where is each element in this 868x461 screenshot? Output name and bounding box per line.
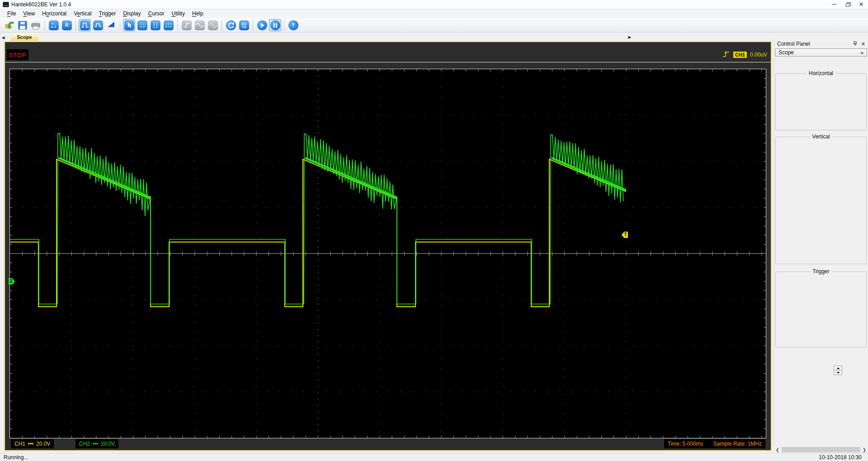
control-panel-scrollbar[interactable]: ❮ ❯ (774, 446, 868, 453)
tab-scope[interactable]: Scope (10, 33, 39, 41)
menu-item-view[interactable]: View (19, 10, 38, 18)
trigger-edge-icon (722, 51, 730, 58)
tab-scroll-right-icon[interactable]: ▶ (627, 33, 633, 40)
sine-wave2-button-disabled (207, 19, 219, 31)
close-icon: ✕ (859, 1, 864, 7)
print-button[interactable] (29, 19, 42, 31)
reference-icon: R (62, 20, 72, 30)
horizontal-cursors-icon (164, 20, 174, 30)
toolbar-separator (253, 20, 253, 31)
help-button[interactable]: ? (287, 19, 299, 31)
horizontal-cursors-button[interactable] (162, 19, 175, 31)
ch2-trace (10, 133, 623, 304)
panel-selector-dropdown[interactable]: Scope (775, 48, 867, 57)
menu-item-file[interactable]: File (4, 10, 19, 18)
toolbar-separator (120, 20, 120, 31)
spin-down-button[interactable] (834, 370, 842, 375)
math-button[interactable]: + -× ÷ (47, 19, 60, 31)
step-wave-icon (182, 20, 192, 30)
vertical-cursors-icon (151, 20, 160, 30)
scrollbar-thumb[interactable] (782, 447, 860, 452)
scroll-left-icon[interactable]: ❮ (774, 446, 781, 453)
grid-cursor-button[interactable] (136, 19, 148, 31)
auto-setup-icon (226, 20, 236, 30)
status-bar: Running... 10-10-2018 10:30 (0, 453, 868, 461)
open-icon (5, 20, 14, 30)
menu-item-display[interactable]: Display (119, 10, 144, 18)
chevron-down-icon (860, 52, 864, 54)
trigger-level-value: 0.00uV (750, 52, 767, 58)
run-status-badge: STOP (7, 49, 28, 60)
menu-item-vertical[interactable]: Vertical (70, 10, 95, 18)
time-per-div: Time: 5.000ms (668, 441, 703, 447)
tab-scroll-left-icon[interactable]: ◀ (0, 34, 6, 41)
tab-strip: ◀ Scope ▶ (0, 33, 635, 41)
minimize-button[interactable] (827, 0, 841, 9)
title-bar: Hantek6022BE Ver 1.0.4 ✕ (0, 0, 868, 9)
toolbar-separator (177, 20, 178, 31)
open-button[interactable] (3, 19, 15, 31)
restore-icon (846, 3, 849, 7)
vertical-cursors-button[interactable] (149, 19, 161, 31)
datetime-text: 10-10-2018 10:30 (819, 454, 862, 461)
sine-wave2-icon (208, 20, 218, 30)
pointer-cursor-icon (124, 20, 134, 30)
close-panel-icon[interactable]: ✕ (861, 41, 865, 47)
vertical-group: Vertical (775, 137, 867, 264)
auto-button[interactable]: AUTO (238, 19, 250, 31)
menu-item-cursor[interactable]: Cursor (145, 10, 168, 18)
pointer-cursor-button[interactable] (123, 19, 135, 31)
menu-item-utility[interactable]: Utility (168, 10, 189, 18)
app-window: { "window": { "title": "Hantek6022BE Ver… (0, 0, 868, 461)
trigger-channel-badge: CH1 (733, 52, 747, 58)
pin-icon[interactable] (853, 41, 858, 46)
play-button[interactable] (256, 19, 268, 31)
menu-item-help[interactable]: Help (189, 10, 207, 18)
menu-item-horizontal[interactable]: Horizontal (38, 10, 70, 18)
scroll-right-icon[interactable]: ❯ (861, 446, 868, 453)
save-button[interactable] (16, 19, 28, 31)
sine-wave-icon (195, 20, 205, 30)
app-icon (3, 2, 9, 7)
window-title: Hantek6022BE Ver 1.0.4 (11, 1, 71, 8)
ch1-scale-readout: CH1 20.0V (11, 439, 54, 448)
trigger-group: Trigger (775, 271, 867, 347)
sample-rate: Sample Rate: 1MHz (713, 441, 762, 447)
square-wave-button[interactable] (79, 19, 91, 31)
ch2-coupling-icon (93, 443, 98, 445)
auto-setup-button[interactable] (225, 19, 237, 31)
trigger-readout: CH1 0.00uV (722, 51, 767, 58)
status-text: Running... (4, 454, 28, 461)
math-icon: + -× ÷ (49, 20, 59, 30)
vertical-group-title: Vertical (810, 133, 832, 140)
square-wave-alt-button[interactable] (92, 19, 104, 31)
control-panel: Control Panel ✕ Scope Horizontal Time/DI… (774, 40, 868, 454)
play-icon (257, 20, 267, 30)
arrow-up-icon (836, 367, 840, 369)
trigger-level-spinner (834, 366, 842, 375)
menu-item-trigger[interactable]: Trigger (95, 10, 120, 18)
scope-graticule-frame: 2 T (9, 69, 766, 438)
auto-icon: AUTO (239, 20, 249, 30)
horizontal-group-title: Horizontal (807, 70, 835, 76)
reference-button[interactable]: R (61, 19, 73, 31)
pause-button[interactable] (269, 19, 281, 31)
arrow-down-icon (836, 372, 840, 374)
grid-cursor-icon (137, 20, 147, 30)
restore-button[interactable] (841, 0, 854, 9)
help-icon: ? (288, 20, 298, 30)
trigger-group-title: Trigger (810, 268, 832, 275)
toolbar-separator (222, 20, 222, 31)
timebase-readout: Time: 5.000ms Sample Rate: 1MHz (664, 439, 765, 448)
square-wave-alt-icon (93, 20, 103, 30)
ramp-button[interactable] (105, 19, 117, 31)
main-toolbar: + -× ÷ R AUTO ? (0, 18, 868, 33)
scope-panel: STOP CH1 0.00uV 2 T CH1 20.0V CH2 20.0V … (4, 41, 772, 451)
pause-icon (270, 20, 280, 30)
ramp-icon (107, 20, 116, 30)
ch2-scale-readout: CH2 20.0V (75, 439, 118, 448)
close-button[interactable]: ✕ (854, 0, 868, 9)
ch1-coupling-icon (28, 443, 33, 445)
toolbar-separator (44, 20, 45, 31)
save-icon (18, 20, 28, 30)
